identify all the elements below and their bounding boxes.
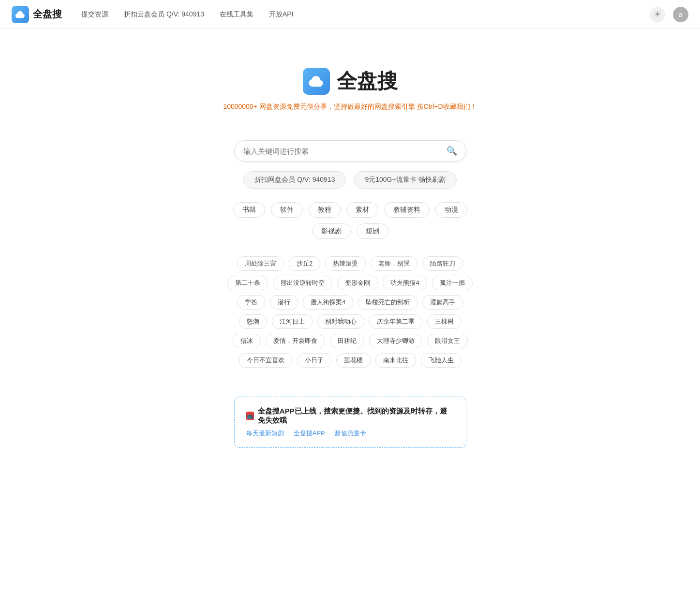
cat-tag-anime[interactable]: 动漫	[435, 202, 467, 218]
cat-tag-textbook[interactable]: 教辅资料	[384, 202, 430, 218]
hot-tag-25[interactable]: 今日不宜喜欢	[239, 353, 292, 368]
hot-tag-2[interactable]: 热辣滚烫	[325, 256, 366, 271]
hot-tag-19[interactable]: 三棵树	[427, 314, 462, 329]
user-avatar[interactable]: a	[673, 7, 688, 22]
hot-tag-12[interactable]: 唐人街探案4	[303, 295, 353, 310]
hot-tag-0[interactable]: 周处除三害	[237, 256, 284, 271]
app-banner-link-data-card[interactable]: 超值流量卡	[335, 429, 366, 438]
cat-tag-books[interactable]: 书籍	[233, 202, 265, 218]
navbar-right: ☀ a	[650, 7, 688, 22]
hot-tag-4[interactable]: 陌路狂刀	[422, 256, 463, 271]
hot-tag-21[interactable]: 爱情，开袋即食	[266, 334, 325, 348]
hot-tag-29[interactable]: 飞驰人生	[421, 353, 462, 368]
search-container: 🔍	[234, 140, 466, 162]
theme-toggle-button[interactable]: ☀	[650, 7, 665, 22]
app-banner-links: 每天最新短剧 全盘搜APP 超值流量卡	[246, 429, 454, 438]
hot-tag-22[interactable]: 田耕纪	[330, 334, 364, 348]
brand-name: 全盘搜	[33, 8, 62, 21]
cat-tag-material[interactable]: 素材	[346, 202, 378, 218]
app-banner-icon: 📺	[246, 412, 254, 420]
hot-tag-5[interactable]: 第二十条	[227, 276, 268, 290]
search-icon[interactable]: 🔍	[447, 146, 457, 156]
cat-tag-tutorial[interactable]: 教程	[309, 202, 341, 218]
promo-row: 折扣网盘会员 Q/V: 940913 9元100G+流量卡 畅快刷剧	[243, 171, 456, 189]
nav-submit-resource[interactable]: 提交资源	[81, 10, 108, 19]
brand-logo[interactable]: 全盘搜	[12, 6, 62, 23]
hot-tag-18[interactable]: 庆余年第二季	[369, 314, 422, 329]
cat-tag-drama[interactable]: 影视剧	[312, 223, 351, 239]
navbar-nav: 提交资源 折扣云盘会员 Q/V: 940913 在线工具集 开放API	[81, 10, 650, 19]
search-box: 🔍	[234, 140, 466, 162]
hot-tag-15[interactable]: 怒潮	[239, 314, 267, 329]
hot-tag-9[interactable]: 孤注一掷	[432, 276, 473, 290]
nav-open-api[interactable]: 开放API	[269, 10, 294, 19]
hot-tag-3[interactable]: 老师，别哭	[371, 256, 417, 271]
cat-tag-short-drama[interactable]: 短剧	[357, 223, 388, 239]
hero-title: 全盘搜	[337, 68, 398, 95]
hot-tag-14[interactable]: 灌篮高手	[422, 295, 463, 310]
hero-title-row: 全盘搜	[303, 68, 398, 95]
navbar: 全盘搜 提交资源 折扣云盘会员 Q/V: 940913 在线工具集 开放API …	[0, 0, 700, 29]
hot-tag-17[interactable]: 别对我动心	[317, 314, 364, 329]
hero-logo-icon	[303, 68, 330, 95]
category-row-1: 书籍 软件 教程 素材 教辅资料 动漫	[233, 202, 467, 218]
category-row-2: 影视剧 短剧	[312, 223, 388, 239]
app-banner-title: 📺 全盘搜APP已上线，搜索更便捷。找到的资源及时转存，避免失效哦	[246, 407, 454, 425]
sun-icon: ☀	[654, 10, 661, 19]
app-banner-link-daily-drama[interactable]: 每天最新短剧	[246, 429, 284, 438]
app-banner-link-app[interactable]: 全盘搜APP	[294, 429, 325, 438]
main-content: 全盘搜 10000000+ 网盘资源免费无偿分享，坚持做最好的网盘搜索引擎 按C…	[0, 29, 700, 592]
cat-tag-software[interactable]: 软件	[271, 202, 303, 218]
hot-tag-1[interactable]: 沙丘2	[289, 256, 320, 271]
search-input[interactable]	[243, 147, 443, 155]
nav-online-tools[interactable]: 在线工具集	[220, 10, 253, 19]
hot-tag-11[interactable]: 潜行	[270, 295, 298, 310]
hot-tag-16[interactable]: 江河日上	[272, 314, 313, 329]
app-banner: 📺 全盘搜APP已上线，搜索更便捷。找到的资源及时转存，避免失效哦 每天最新短剧…	[234, 397, 466, 448]
brand-logo-icon	[12, 6, 29, 23]
hot-tag-24[interactable]: 眼泪女王	[427, 334, 468, 348]
hot-tag-28[interactable]: 南来北往	[375, 353, 416, 368]
hot-tag-13[interactable]: 坠楼死亡的剖析	[358, 295, 417, 310]
hot-tag-20[interactable]: 猎冰	[233, 334, 261, 348]
hot-tag-26[interactable]: 小日子	[297, 353, 331, 368]
hot-tag-6[interactable]: 熊出没逆转时空	[273, 276, 332, 290]
promo-member-button[interactable]: 折扣网盘会员 Q/V: 940913	[243, 171, 346, 189]
hot-tag-7[interactable]: 变形金刚	[337, 276, 378, 290]
hot-tag-10[interactable]: 学爸	[237, 295, 265, 310]
promo-datacard-button[interactable]: 9元100G+流量卡 畅快刷剧	[354, 171, 456, 189]
hot-tag-8[interactable]: 功夫熊猫4	[383, 276, 427, 290]
hot-tag-23[interactable]: 大理寺少卿游	[369, 334, 422, 348]
nav-discount-member[interactable]: 折扣云盘会员 Q/V: 940913	[124, 10, 204, 19]
cloud-icon	[15, 9, 26, 20]
hero-subtitle: 10000000+ 网盘资源免费无偿分享，坚持做最好的网盘搜索引擎 按Ctrl+…	[223, 103, 477, 111]
hero-section: 全盘搜 10000000+ 网盘资源免费无偿分享，坚持做最好的网盘搜索引擎 按C…	[223, 68, 477, 111]
hero-cloud-icon	[308, 73, 325, 89]
hot-tags-section: 周处除三害 沙丘2 热辣滚烫 老师，别哭 陌路狂刀 第二十条 熊出没逆转时空 变…	[224, 256, 476, 368]
hot-tag-27[interactable]: 莲花楼	[336, 353, 371, 368]
